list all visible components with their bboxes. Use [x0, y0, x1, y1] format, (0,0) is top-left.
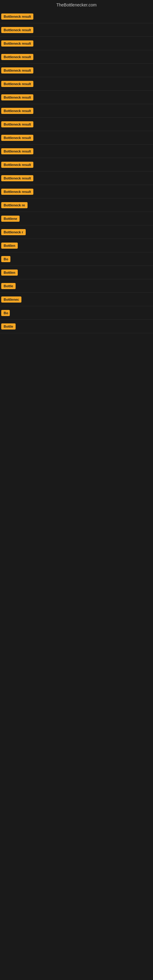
bottleneck-badge[interactable]: Bottle: [1, 283, 16, 289]
bottleneck-badge[interactable]: Bottleneck r: [1, 229, 26, 235]
bottleneck-badge[interactable]: Bottlene: [1, 216, 19, 222]
result-row[interactable]: Bottleneck result: [0, 185, 153, 199]
bottleneck-badge[interactable]: Bottle: [1, 323, 16, 329]
result-row[interactable]: Bottle: [0, 320, 153, 333]
result-row[interactable]: Bo: [0, 252, 153, 266]
result-row[interactable]: Bottleneck result: [0, 158, 153, 172]
bottleneck-badge[interactable]: Bottleneck result: [1, 27, 33, 33]
bottleneck-badge[interactable]: Bottleneck result: [1, 135, 33, 141]
bottleneck-badge[interactable]: Bottleneck result: [1, 162, 33, 168]
result-row[interactable]: Bottleneck r: [0, 225, 153, 239]
bottleneck-badge[interactable]: Bottleneck result: [1, 94, 33, 100]
result-row[interactable]: Bottleneck result: [0, 172, 153, 185]
result-row[interactable]: Bottle: [0, 279, 153, 293]
result-row[interactable]: Bottleneck result: [0, 10, 153, 23]
bottleneck-badge[interactable]: Bottleneck result: [1, 67, 33, 73]
bottleneck-badge[interactable]: Bottlen: [1, 269, 18, 275]
result-row[interactable]: Bottlene: [0, 212, 153, 225]
result-row[interactable]: Bottleneck result: [0, 37, 153, 50]
result-row[interactable]: Bottleneck result: [0, 131, 153, 145]
bottleneck-badge[interactable]: Bottleneck result: [1, 175, 33, 181]
bottleneck-badge[interactable]: Bottleneck result: [1, 81, 33, 87]
result-row[interactable]: Bottleneck result: [0, 50, 153, 64]
bottleneck-badge[interactable]: Bottleneck result: [1, 40, 33, 46]
result-row[interactable]: Bottlen: [0, 266, 153, 279]
result-row[interactable]: Bottlen: [0, 239, 153, 252]
site-title: TheBottlenecker.com: [0, 0, 153, 10]
results-list: Bottleneck resultBottleneck resultBottle…: [0, 10, 153, 333]
result-row[interactable]: Bottleneck result: [0, 64, 153, 77]
bottleneck-badge[interactable]: Bottlen: [1, 243, 18, 249]
result-row[interactable]: Bottleneck result: [0, 77, 153, 91]
result-row[interactable]: Bottleneck result: [0, 91, 153, 104]
bottleneck-badge[interactable]: Bo: [1, 310, 10, 316]
result-row[interactable]: Bottleneck re: [0, 199, 153, 212]
bottleneck-badge[interactable]: Bottleneck result: [1, 54, 33, 60]
bottleneck-badge[interactable]: Bottleneck result: [1, 108, 33, 114]
bottleneck-badge[interactable]: Bottleneck re: [1, 202, 27, 208]
bottleneck-badge[interactable]: Bottleneck result: [1, 121, 33, 127]
result-row[interactable]: Bottleneck result: [0, 145, 153, 158]
bottleneck-badge[interactable]: Bottleneck result: [1, 189, 33, 195]
result-row[interactable]: Bottleneck result: [0, 104, 153, 118]
bottleneck-badge[interactable]: Bo: [1, 256, 10, 262]
result-row[interactable]: Bottlenec: [0, 293, 153, 306]
bottleneck-badge[interactable]: Bottleneck result: [1, 148, 33, 154]
result-row[interactable]: Bottleneck result: [0, 23, 153, 37]
bottleneck-badge[interactable]: Bottlenec: [1, 296, 21, 302]
result-row[interactable]: Bottleneck result: [0, 118, 153, 131]
result-row[interactable]: Bo: [0, 306, 153, 320]
bottleneck-badge[interactable]: Bottleneck result: [1, 13, 33, 20]
